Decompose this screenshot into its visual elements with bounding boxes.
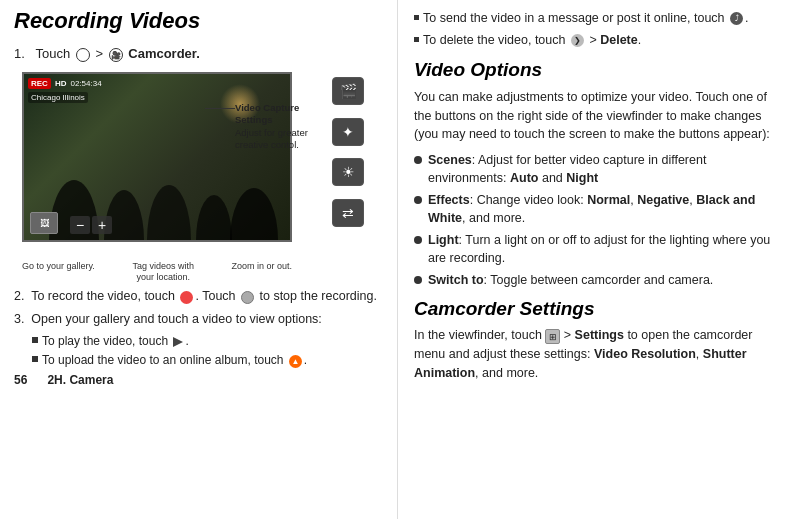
side-buttons-panel: 🎬 Scenes ✦ Effects ☀ Light ⇄ Switch to: [314, 72, 382, 242]
step-1-sep: >: [95, 46, 106, 61]
effects-item: Effects: Change video look: Normal, Nega…: [414, 192, 784, 227]
effects-label: Effects: [336, 147, 360, 156]
menu-icon: ⊞: [545, 329, 560, 344]
switch-to-button[interactable]: ⇄ Switch to: [332, 199, 364, 237]
play-icon: [173, 337, 183, 347]
vcs-annotation: Video Capture Settings Adjust for greate…: [205, 102, 313, 151]
bullet-sq-1: [32, 337, 38, 343]
caption-zoom: Zoom in or out.: [231, 261, 292, 283]
right-column: To send the video in a message or post i…: [398, 0, 800, 519]
record-button-icon: [180, 291, 193, 304]
negative-kw: Negative: [637, 193, 689, 207]
send-text: To send the video in a message or post i…: [423, 10, 749, 28]
camcorder-settings-title: Camcorder Settings: [414, 298, 784, 321]
delete-nav-icon: ❯: [571, 34, 584, 47]
viewfinder[interactable]: REC HD 02:54:34 Chicago Illinois 🖼 − +: [22, 72, 292, 242]
effects-term: Effects: [428, 193, 470, 207]
send-bullet: To send the video in a message or post i…: [414, 10, 784, 28]
switch-icon: ⇄: [332, 199, 364, 227]
step-3: 3. Open your gallery and touch a video t…: [14, 311, 383, 329]
svg-point-2: [147, 185, 191, 240]
hd-indicator: HD: [55, 79, 67, 88]
vcs-title: Video Capture Settings: [235, 102, 299, 125]
stop-button-icon: [241, 291, 254, 304]
switch-label: Switch to: [332, 228, 364, 237]
video-options-intro: You can make adjustments to optimize you…: [414, 88, 784, 144]
camcorder-settings-body: In the viewfinder, touch ⊞ > Settings to…: [414, 326, 784, 382]
page-footer: 56 2H. Camera: [14, 373, 383, 387]
switch-desc: Switch to: Toggle between camcorder and …: [428, 272, 713, 290]
bullet-dot-effects: [414, 196, 422, 204]
bullet-play: To play the video, touch .: [14, 333, 383, 350]
step-1-label: 1.: [14, 46, 32, 61]
rec-indicator: REC: [28, 78, 51, 89]
delete-text: To delete the video, touch ❯ > Delete.: [423, 32, 641, 50]
light-button[interactable]: ☀ Light: [332, 158, 364, 196]
light-desc: Light: Turn a light on or off to adjust …: [428, 232, 784, 267]
scenes-icon: 🎬: [332, 77, 364, 105]
page-section: 2H. Camera: [47, 373, 113, 387]
vcs-desc: Adjust for greater creative contol.: [235, 127, 308, 150]
bullet-dot-switch: [414, 276, 422, 284]
step-1: 1. Touch > 🎥 Camcorder.: [14, 44, 383, 64]
steps-bottom: 2. To record the video, touch . Touch to…: [14, 288, 383, 369]
night-kw: Night: [566, 171, 598, 185]
page-number: 56: [14, 373, 27, 387]
sq-bullet-delete: [414, 37, 419, 42]
left-column: Recording Videos 1. Touch > 🎥 Camcorder.: [0, 0, 398, 519]
light-item: Light: Turn a light on or off to adjust …: [414, 232, 784, 267]
bullet-upload: To upload the video to an online album, …: [14, 352, 383, 369]
bullet-sq-2: [32, 356, 38, 362]
step-1-camcorder: Camcorder.: [128, 46, 200, 61]
normal-kw: Normal: [587, 193, 630, 207]
switch-term: Switch to: [428, 273, 484, 287]
delete-keyword: Delete: [600, 33, 638, 47]
effects-desc: Effects: Change video look: Normal, Nega…: [428, 192, 784, 227]
zoom-plus-button[interactable]: +: [92, 216, 112, 234]
video-options-list: Scenes: Adjust for better video capture …: [414, 152, 784, 290]
caption-row: Go to your gallery. Tag videos with your…: [22, 261, 292, 283]
home-icon[interactable]: [76, 48, 90, 62]
gallery-thumb[interactable]: 🖼: [30, 212, 58, 234]
vcs-label-text: Video Capture Settings Adjust for greate…: [235, 102, 313, 151]
sq-bullet-send: [414, 15, 419, 20]
switch-item: Switch to: Toggle between camcorder and …: [414, 272, 784, 290]
effects-button[interactable]: ✦ Effects: [332, 118, 364, 156]
share-icon: ⤴: [730, 12, 743, 25]
continued-bullets: To send the video in a message or post i…: [414, 10, 784, 49]
step-2: 2. To record the video, touch . Touch to…: [14, 288, 383, 306]
step-1-touch: Touch: [35, 46, 70, 61]
caption-gallery: Go to your gallery.: [22, 261, 95, 283]
camcorder-small-icon: 🎥: [109, 48, 123, 62]
page-title: Recording Videos: [14, 8, 383, 34]
scenes-button[interactable]: 🎬 Scenes: [332, 77, 364, 115]
effects-icon: ✦: [332, 118, 364, 146]
delete-bullet: To delete the video, touch ❯ > Delete.: [414, 32, 784, 50]
viewfinder-container: REC HD 02:54:34 Chicago Illinois 🖼 − +: [22, 72, 382, 257]
svg-point-4: [230, 188, 278, 240]
caption-tag: Tag videos with your location.: [123, 261, 203, 283]
video-res-kw: Video Resolution: [594, 347, 696, 361]
settings-keyword: Settings: [575, 328, 624, 342]
shutter-kw: Shutter Animation: [414, 347, 747, 380]
scenes-label: Scenes: [335, 106, 362, 115]
light-term: Light: [428, 233, 459, 247]
bullet-upload-text: To upload the video to an online album, …: [42, 352, 307, 369]
hud-top: REC HD 02:54:34: [28, 78, 102, 89]
bullet-dot-light: [414, 236, 422, 244]
vcs-line: [205, 108, 235, 109]
scenes-item: Scenes: Adjust for better video capture …: [414, 152, 784, 187]
location-tag: Chicago Illinois: [28, 92, 88, 103]
svg-point-3: [196, 195, 232, 240]
scenes-desc: Scenes: Adjust for better video capture …: [428, 152, 784, 187]
bullet-dot-scenes: [414, 156, 422, 164]
auto-kw: Auto: [510, 171, 538, 185]
upload-icon: ▲: [289, 355, 302, 368]
zoom-minus-button[interactable]: −: [70, 216, 90, 234]
zoom-controls: − +: [70, 216, 112, 234]
scene-background: REC HD 02:54:34 Chicago Illinois 🖼 − +: [24, 74, 290, 240]
scenes-term: Scenes: [428, 153, 472, 167]
bullet-play-text: To play the video, touch .: [42, 333, 189, 350]
timer-display: 02:54:34: [70, 79, 101, 88]
light-label: Light: [339, 187, 356, 196]
